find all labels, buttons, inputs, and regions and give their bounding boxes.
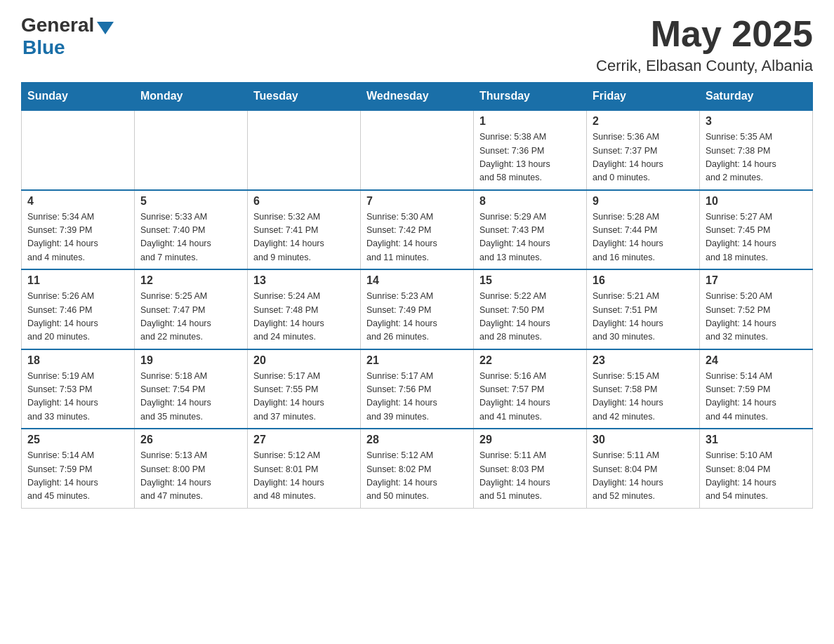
day-info: Sunrise: 5:22 AM Sunset: 7:50 PM Dayligh…: [479, 290, 581, 344]
calendar-header-tuesday: Tuesday: [248, 83, 361, 111]
calendar-cell: 10Sunrise: 5:27 AM Sunset: 7:45 PM Dayli…: [700, 190, 813, 270]
day-number: 18: [27, 354, 128, 367]
calendar-cell: 24Sunrise: 5:14 AM Sunset: 7:59 PM Dayli…: [700, 349, 813, 429]
calendar-cell: 26Sunrise: 5:13 AM Sunset: 8:00 PM Dayli…: [135, 429, 248, 508]
calendar-cell: 15Sunrise: 5:22 AM Sunset: 7:50 PM Dayli…: [474, 269, 587, 349]
logo-blue-text: Blue: [22, 36, 65, 59]
calendar-cell: 18Sunrise: 5:19 AM Sunset: 7:53 PM Dayli…: [22, 349, 135, 429]
calendar-cell: 23Sunrise: 5:15 AM Sunset: 7:58 PM Dayli…: [587, 349, 700, 429]
calendar-cell: 6Sunrise: 5:32 AM Sunset: 7:41 PM Daylig…: [248, 190, 361, 270]
day-info: Sunrise: 5:32 AM Sunset: 7:41 PM Dayligh…: [253, 210, 355, 265]
day-info: Sunrise: 5:12 AM Sunset: 8:02 PM Dayligh…: [366, 449, 468, 504]
day-info: Sunrise: 5:17 AM Sunset: 7:56 PM Dayligh…: [366, 370, 468, 424]
month-title: May 2025: [596, 14, 813, 54]
day-number: 22: [479, 354, 581, 367]
day-number: 2: [593, 115, 694, 128]
calendar-cell: 3Sunrise: 5:35 AM Sunset: 7:38 PM Daylig…: [700, 110, 813, 190]
title-area: May 2025 Cerrik, Elbasan County, Albania: [596, 14, 813, 75]
day-info: Sunrise: 5:34 AM Sunset: 7:39 PM Dayligh…: [27, 210, 128, 265]
day-number: 31: [706, 434, 807, 446]
calendar-cell: 1Sunrise: 5:38 AM Sunset: 7:36 PM Daylig…: [474, 110, 587, 190]
day-info: Sunrise: 5:33 AM Sunset: 7:40 PM Dayligh…: [140, 210, 241, 265]
calendar-cell: 27Sunrise: 5:12 AM Sunset: 8:01 PM Dayli…: [248, 429, 361, 508]
day-number: 6: [253, 195, 355, 208]
day-number: 12: [140, 274, 241, 287]
calendar-week-row: 11Sunrise: 5:26 AM Sunset: 7:46 PM Dayli…: [22, 269, 813, 349]
calendar-week-row: 25Sunrise: 5:14 AM Sunset: 7:59 PM Dayli…: [22, 429, 813, 508]
calendar-header-row: SundayMondayTuesdayWednesdayThursdayFrid…: [22, 83, 813, 111]
day-number: 28: [366, 434, 468, 446]
day-info: Sunrise: 5:19 AM Sunset: 7:53 PM Dayligh…: [27, 370, 128, 424]
calendar-cell: 25Sunrise: 5:14 AM Sunset: 7:59 PM Dayli…: [22, 429, 135, 508]
day-number: 23: [593, 354, 694, 367]
day-info: Sunrise: 5:21 AM Sunset: 7:51 PM Dayligh…: [593, 290, 694, 344]
day-number: 16: [593, 274, 694, 287]
day-info: Sunrise: 5:36 AM Sunset: 7:37 PM Dayligh…: [593, 130, 694, 185]
calendar-header-thursday: Thursday: [474, 83, 587, 111]
calendar-cell: 5Sunrise: 5:33 AM Sunset: 7:40 PM Daylig…: [135, 190, 248, 270]
calendar-cell: 2Sunrise: 5:36 AM Sunset: 7:37 PM Daylig…: [587, 110, 700, 190]
logo: General Blue: [21, 14, 114, 59]
day-info: Sunrise: 5:16 AM Sunset: 7:57 PM Dayligh…: [479, 370, 581, 424]
calendar-cell: 21Sunrise: 5:17 AM Sunset: 7:56 PM Dayli…: [361, 349, 474, 429]
calendar-cell: 29Sunrise: 5:11 AM Sunset: 8:03 PM Dayli…: [474, 429, 587, 508]
day-info: Sunrise: 5:23 AM Sunset: 7:49 PM Dayligh…: [366, 290, 468, 344]
day-number: 27: [253, 434, 355, 446]
day-info: Sunrise: 5:15 AM Sunset: 7:58 PM Dayligh…: [593, 370, 694, 424]
day-number: 26: [140, 434, 241, 446]
day-info: Sunrise: 5:10 AM Sunset: 8:04 PM Dayligh…: [706, 449, 807, 504]
calendar-cell: [248, 110, 361, 190]
day-info: Sunrise: 5:28 AM Sunset: 7:44 PM Dayligh…: [593, 210, 694, 265]
day-info: Sunrise: 5:27 AM Sunset: 7:45 PM Dayligh…: [706, 210, 807, 265]
day-number: 21: [366, 354, 468, 367]
day-number: 8: [479, 195, 581, 208]
day-info: Sunrise: 5:30 AM Sunset: 7:42 PM Dayligh…: [366, 210, 468, 265]
day-number: 29: [479, 434, 581, 446]
day-number: 13: [253, 274, 355, 287]
calendar-week-row: 18Sunrise: 5:19 AM Sunset: 7:53 PM Dayli…: [22, 349, 813, 429]
calendar-header-saturday: Saturday: [700, 83, 813, 111]
calendar-table: SundayMondayTuesdayWednesdayThursdayFrid…: [21, 82, 813, 509]
day-info: Sunrise: 5:24 AM Sunset: 7:48 PM Dayligh…: [253, 290, 355, 344]
calendar-cell: 11Sunrise: 5:26 AM Sunset: 7:46 PM Dayli…: [22, 269, 135, 349]
calendar-cell: 7Sunrise: 5:30 AM Sunset: 7:42 PM Daylig…: [361, 190, 474, 270]
day-info: Sunrise: 5:14 AM Sunset: 7:59 PM Dayligh…: [706, 370, 807, 424]
calendar-week-row: 1Sunrise: 5:38 AM Sunset: 7:36 PM Daylig…: [22, 110, 813, 190]
day-number: 19: [140, 354, 241, 367]
day-info: Sunrise: 5:26 AM Sunset: 7:46 PM Dayligh…: [27, 290, 128, 344]
day-info: Sunrise: 5:12 AM Sunset: 8:01 PM Dayligh…: [253, 449, 355, 504]
calendar-header-friday: Friday: [587, 83, 700, 111]
day-number: 14: [366, 274, 468, 287]
calendar-cell: [22, 110, 135, 190]
day-number: 1: [479, 115, 581, 128]
day-info: Sunrise: 5:20 AM Sunset: 7:52 PM Dayligh…: [706, 290, 807, 344]
calendar-cell: 20Sunrise: 5:17 AM Sunset: 7:55 PM Dayli…: [248, 349, 361, 429]
day-number: 7: [366, 195, 468, 208]
day-number: 9: [593, 195, 694, 208]
calendar-cell: 19Sunrise: 5:18 AM Sunset: 7:54 PM Dayli…: [135, 349, 248, 429]
day-number: 17: [706, 274, 807, 287]
calendar-week-row: 4Sunrise: 5:34 AM Sunset: 7:39 PM Daylig…: [22, 190, 813, 270]
day-number: 11: [27, 274, 128, 287]
calendar-cell: 31Sunrise: 5:10 AM Sunset: 8:04 PM Dayli…: [700, 429, 813, 508]
day-info: Sunrise: 5:29 AM Sunset: 7:43 PM Dayligh…: [479, 210, 581, 265]
day-number: 3: [706, 115, 807, 128]
calendar-cell: 16Sunrise: 5:21 AM Sunset: 7:51 PM Dayli…: [587, 269, 700, 349]
calendar-header-sunday: Sunday: [22, 83, 135, 111]
calendar-header-wednesday: Wednesday: [361, 83, 474, 111]
calendar-cell: 14Sunrise: 5:23 AM Sunset: 7:49 PM Dayli…: [361, 269, 474, 349]
location-title: Cerrik, Elbasan County, Albania: [596, 57, 813, 75]
calendar-cell: 22Sunrise: 5:16 AM Sunset: 7:57 PM Dayli…: [474, 349, 587, 429]
day-info: Sunrise: 5:17 AM Sunset: 7:55 PM Dayligh…: [253, 370, 355, 424]
day-number: 24: [706, 354, 807, 367]
calendar-cell: 12Sunrise: 5:25 AM Sunset: 7:47 PM Dayli…: [135, 269, 248, 349]
day-number: 4: [27, 195, 128, 208]
day-number: 30: [593, 434, 694, 446]
day-info: Sunrise: 5:11 AM Sunset: 8:04 PM Dayligh…: [593, 449, 694, 504]
day-number: 25: [27, 434, 128, 446]
calendar-cell: 8Sunrise: 5:29 AM Sunset: 7:43 PM Daylig…: [474, 190, 587, 270]
day-info: Sunrise: 5:38 AM Sunset: 7:36 PM Dayligh…: [479, 130, 581, 185]
day-number: 5: [140, 195, 241, 208]
day-info: Sunrise: 5:14 AM Sunset: 7:59 PM Dayligh…: [27, 449, 128, 504]
day-number: 20: [253, 354, 355, 367]
